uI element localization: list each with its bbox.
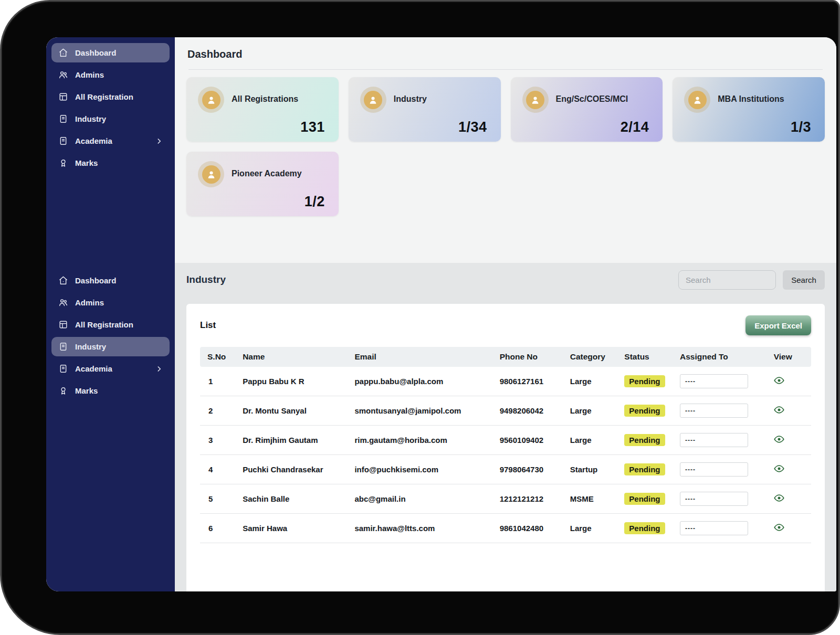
industry-section-header: Industry Search [186, 270, 825, 290]
person-icon [688, 91, 707, 109]
cell-assigned: ---- [676, 455, 770, 484]
stat-card-mba-institutions[interactable]: MBA Institutions 1/3 [673, 77, 825, 142]
eye-icon [774, 463, 784, 475]
sidebar-item-industry[interactable]: Industry [51, 109, 170, 129]
cell-status: Pending [620, 396, 676, 426]
assigned-to-field[interactable]: ---- [680, 492, 748, 506]
app-screen: Dashboard Admins All Registration Indust… [46, 37, 836, 591]
assigned-to-field[interactable]: ---- [680, 462, 748, 477]
status-badge: Pending [624, 434, 665, 446]
document-icon [58, 114, 68, 124]
sidebar-item-dashboard[interactable]: Dashboard [51, 271, 170, 290]
assigned-to-field[interactable]: ---- [680, 433, 748, 447]
stat-card-all-registrations[interactable]: All Registrations 131 [186, 77, 339, 142]
cell-category: Large [566, 396, 621, 426]
sidebar-item-admins[interactable]: Admins [51, 65, 170, 84]
assigned-to-field[interactable]: ---- [680, 374, 748, 388]
cell-phone: 1212121212 [496, 484, 566, 514]
column-header-assigned-to: Assigned To [676, 347, 770, 367]
sidebar-item-all-registration[interactable]: All Registration [51, 87, 170, 107]
cell-email: rim.gautam@horiba.com [350, 426, 495, 455]
cell-category: MSME [566, 484, 621, 514]
status-badge: Pending [624, 493, 665, 505]
table-row: 5 Sachin Balle abc@gmail.in 1212121212 M… [200, 484, 811, 514]
stat-card-value: 1/3 [791, 119, 811, 135]
column-header-s-no: S.No [200, 347, 238, 367]
users-icon [58, 70, 68, 80]
avatar [522, 87, 549, 113]
view-eye-button[interactable] [774, 522, 784, 534]
cell-name: Pappu Babu K R [238, 367, 350, 396]
sidebar-item-industry[interactable]: Industry [51, 337, 170, 356]
stat-card-industry[interactable]: Industry 1/34 [349, 77, 501, 142]
cell-status: Pending [620, 484, 676, 514]
cell-status: Pending [620, 367, 676, 396]
view-eye-button[interactable] [774, 434, 784, 446]
cell-assigned: ---- [676, 426, 770, 455]
cell-phone: 9798064730 [496, 455, 566, 484]
search-input[interactable] [678, 270, 776, 290]
search-button[interactable]: Search [783, 270, 825, 290]
cell-view [770, 426, 811, 455]
table-row: 6 Samir Hawa samir.hawa@ltts.com 9861042… [200, 514, 811, 543]
sidebar-item-all-registration[interactable]: All Registration [51, 315, 170, 334]
industry-section-title: Industry [186, 274, 678, 285]
dashboard-section: Dashboard All Registrations 131 Industry… [175, 37, 836, 263]
document-icon [58, 136, 68, 146]
view-eye-button[interactable] [774, 375, 784, 387]
column-header-view: View [770, 347, 811, 367]
cell-status: Pending [620, 426, 676, 455]
assigned-to-field[interactable]: ---- [680, 404, 748, 418]
cell-sno: 4 [200, 455, 238, 484]
cell-category: Large [566, 426, 621, 455]
stat-card-label: All Registrations [232, 94, 298, 104]
cell-view [770, 455, 811, 484]
column-header-name: Name [238, 347, 350, 367]
registration-grid-icon [58, 320, 68, 330]
person-icon [202, 91, 220, 109]
stat-card-pioneer-academy[interactable]: Pioneer Academy 1/2 [186, 152, 339, 216]
cell-name: Dr. Montu Sanyal [238, 396, 350, 426]
eye-icon [774, 493, 784, 505]
cell-name: Puchki Chandrasekar [238, 455, 350, 484]
column-header-email: Email [350, 347, 495, 367]
stat-card-value: 1/2 [304, 194, 325, 210]
person-icon [202, 165, 220, 184]
stat-card-label: MBA Institutions [718, 94, 784, 104]
view-eye-button[interactable] [774, 405, 784, 417]
cell-category: Large [566, 367, 621, 396]
sidebar-nav-group-top: Dashboard Admins All Registration Indust… [46, 40, 175, 173]
export-excel-button[interactable]: Export Excel [746, 315, 811, 335]
sidebar-item-academia[interactable]: Academia [51, 359, 170, 378]
award-icon [58, 158, 68, 168]
view-eye-button[interactable] [774, 463, 784, 475]
industry-section: Industry Search List Export Excel [175, 263, 836, 591]
sidebar-item-marks[interactable]: Marks [51, 381, 170, 400]
stat-card-label: Industry [394, 94, 427, 104]
cell-assigned: ---- [676, 514, 770, 543]
eye-icon [774, 522, 784, 534]
cell-name: Sachin Balle [238, 484, 350, 514]
avatar [198, 87, 224, 113]
cell-sno: 6 [200, 514, 238, 543]
cell-category: Large [566, 514, 621, 543]
view-eye-button[interactable] [774, 493, 784, 505]
assigned-to-field[interactable]: ---- [680, 521, 748, 535]
sidebar-item-academia[interactable]: Academia [51, 131, 170, 151]
cell-sno: 3 [200, 426, 238, 455]
main-content: Dashboard All Registrations 131 Industry… [175, 37, 836, 591]
stat-cards-grid: All Registrations 131 Industry 1/34 Eng/… [175, 70, 836, 216]
industry-table: S.NoNameEmailPhone NoCategoryStatusAssig… [200, 347, 811, 543]
stat-card-eng-sc-coes-mci[interactable]: Eng/Sc/COES/MCI 2/14 [511, 77, 663, 142]
sidebar-item-admins[interactable]: Admins [51, 293, 170, 312]
cell-name: Samir Hawa [238, 514, 350, 543]
sidebar-item-marks[interactable]: Marks [51, 153, 170, 173]
status-badge: Pending [624, 463, 665, 475]
eye-icon [774, 434, 784, 446]
list-card-header: List Export Excel [200, 315, 811, 335]
column-header-status: Status [620, 347, 676, 367]
registration-grid-icon [58, 92, 68, 102]
sidebar-item-dashboard[interactable]: Dashboard [51, 43, 170, 62]
avatar [198, 161, 224, 187]
cell-email: abc@gmail.in [350, 484, 495, 514]
